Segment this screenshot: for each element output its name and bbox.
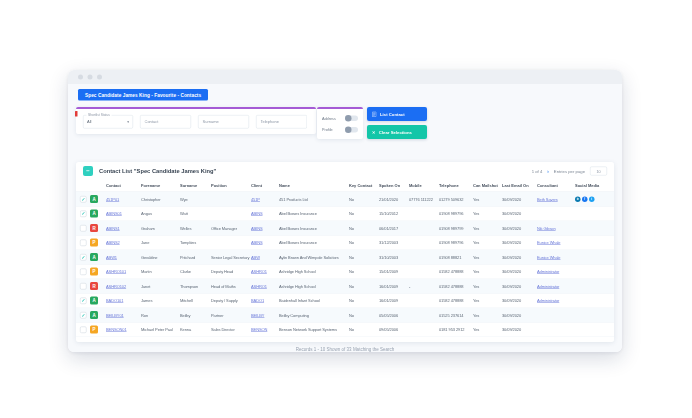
column-header: Mobile — [409, 180, 439, 192]
key-contact-cell: No — [349, 279, 379, 293]
can-mailshot-cell: Yes — [473, 265, 502, 279]
surname-cell: Clarke — [180, 265, 211, 279]
contact-link[interactable]: 451P01 — [106, 197, 119, 202]
client-link[interactable]: BADO1 — [251, 298, 264, 303]
client-link[interactable]: ASHRO1 — [251, 269, 267, 274]
row-checkbox[interactable]: ✓ — [80, 196, 87, 203]
contact-link[interactable]: BEILBY01 — [106, 313, 124, 318]
clear-selections-button[interactable]: ✕ Clear Selections — [367, 125, 427, 139]
table-row: R ABINS1 Graham Welles Office Manager AB… — [76, 221, 614, 236]
column-header: Position — [211, 180, 251, 192]
surname-cell: Kenna — [180, 323, 211, 337]
contact-link[interactable]: ASHRO101 — [106, 269, 126, 274]
chevron-down-icon: ▾ — [127, 120, 129, 124]
client-link[interactable]: ABINS — [251, 240, 263, 245]
shortlist-status-select[interactable]: Shortlist Status All ▾ — [83, 115, 133, 129]
window-control-dot[interactable] — [78, 75, 83, 80]
row-checkbox[interactable] — [80, 283, 87, 290]
contact-link[interactable]: ABINS1 — [106, 226, 120, 231]
position-cell: Office Manager — [211, 221, 251, 235]
row-checkbox[interactable]: ✓ — [80, 297, 87, 304]
client-link[interactable]: ABW — [251, 255, 260, 260]
contact-link[interactable]: ABINS01 — [106, 211, 122, 216]
client-link[interactable]: ABINS — [251, 211, 263, 216]
spoken-on-cell: 16/01/2009 — [379, 279, 409, 293]
can-mailshot-cell: Yes — [473, 192, 502, 206]
client-link[interactable]: BEILBY — [251, 313, 264, 318]
row-checkbox[interactable] — [80, 326, 87, 333]
last-email-on-cell: 30/09/2020 — [502, 279, 537, 293]
surname-cell: Beilby — [180, 308, 211, 322]
status-column-header — [90, 180, 106, 192]
surname-cell: Tompkins — [180, 236, 211, 250]
company-name-cell: Ashridge High School — [279, 265, 349, 279]
profile-toggle[interactable] — [345, 127, 358, 133]
column-header-row: Contact Forename Surname Position Client… — [76, 180, 614, 192]
forename-cell: Ron — [141, 308, 180, 322]
status-badge: R — [90, 224, 98, 232]
table-row: P ASHRO101 Martin Clarke Deputy Head ASH… — [76, 265, 614, 280]
mobile-cell — [409, 250, 439, 264]
telephone-cell: 01908 88821 — [439, 250, 473, 264]
can-mailshot-cell: Yes — [473, 279, 502, 293]
column-header: Forename — [141, 180, 180, 192]
window-control-dot[interactable] — [97, 75, 102, 80]
client-link[interactable]: BENSON — [251, 327, 267, 332]
filter-card: Shortlist Status All ▾ — [76, 107, 316, 134]
position-cell: Deputy / Supply — [211, 294, 251, 308]
consultant-link[interactable]: Eunice Whale — [537, 240, 560, 245]
next-page-icon[interactable]: › — [547, 169, 549, 174]
row-checkbox[interactable]: ✓ — [80, 312, 87, 319]
spoken-on-cell: 06/01/2017 — [379, 221, 409, 235]
contact-link[interactable]: ASHRO102 — [106, 284, 126, 289]
facebook-icon[interactable]: f — [582, 196, 588, 202]
consultant-link[interactable]: Administrator — [537, 284, 559, 289]
checkbox-column-header — [76, 180, 90, 192]
can-mailshot-cell: Yes — [473, 294, 502, 308]
spoken-on-cell: 15/01/2009 — [379, 265, 409, 279]
forename-cell: Michael Peter Paul — [141, 323, 180, 337]
telephone-cell: 01279 509632 — [439, 192, 473, 206]
linkedin-icon[interactable]: in — [575, 196, 581, 202]
client-link[interactable]: ASHRO1 — [251, 284, 267, 289]
consultant-link[interactable]: Eunice Whale — [537, 255, 560, 260]
telephone-input[interactable] — [256, 115, 307, 129]
contact-link[interactable]: BADO101 — [106, 298, 123, 303]
document-icon — [372, 111, 377, 117]
consultant-link[interactable]: Nik Gibson — [537, 226, 556, 231]
key-contact-cell: No — [349, 250, 379, 264]
page-tab[interactable]: Spec Candidate James King - Favourite - … — [78, 89, 208, 101]
surname-cell: Watt — [180, 207, 211, 221]
forename-cell: James — [141, 294, 180, 308]
row-checkbox[interactable] — [80, 225, 87, 232]
twitter-icon[interactable]: t — [589, 196, 595, 202]
row-checkbox[interactable] — [80, 239, 87, 246]
entries-per-page-input[interactable] — [590, 167, 607, 176]
contact-link[interactable]: ABINS2 — [106, 240, 120, 245]
contact-input[interactable] — [140, 115, 191, 129]
contact-link[interactable]: ABW1 — [106, 255, 117, 260]
surname-cell: Thompson — [180, 279, 211, 293]
can-mailshot-cell: Yes — [473, 207, 502, 221]
mobile-cell — [409, 221, 439, 235]
consultant-link[interactable]: Beth Sayers — [537, 197, 558, 202]
window-control-dot[interactable] — [88, 75, 93, 80]
column-header: Name — [279, 180, 349, 192]
address-toggle[interactable] — [345, 116, 358, 122]
consultant-link[interactable]: Administrator — [537, 298, 559, 303]
row-checkbox[interactable]: ✓ — [80, 254, 87, 261]
last-email-on-cell: 30/09/2020 — [502, 192, 537, 206]
browser-window: Spec Candidate James King - Favourite - … — [68, 70, 622, 352]
contact-link[interactable]: BENSON01 — [106, 327, 127, 332]
status-badge: P — [90, 326, 98, 334]
collapse-icon[interactable]: − — [83, 166, 93, 176]
client-link[interactable]: ABINS — [251, 226, 263, 231]
list-contact-button[interactable]: List Contact — [367, 107, 427, 121]
spoken-on-cell: 09/05/2006 — [379, 323, 409, 337]
row-checkbox[interactable]: ✓ — [80, 210, 87, 217]
consultant-link[interactable]: Administrator — [537, 269, 559, 274]
row-checkbox[interactable] — [80, 268, 87, 275]
surname-input[interactable] — [198, 115, 249, 129]
surname-cell: Wye — [180, 192, 211, 206]
client-link[interactable]: 451P — [251, 197, 260, 202]
